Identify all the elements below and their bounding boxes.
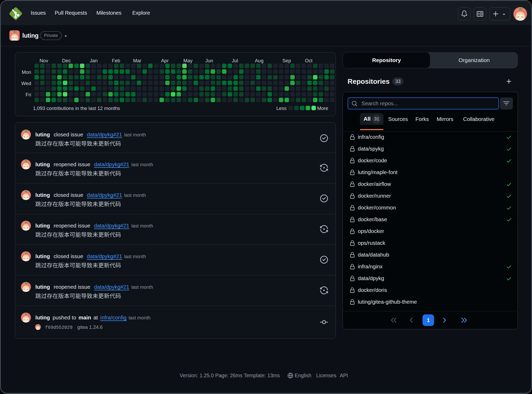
svg-text:Dec: Dec bbox=[62, 58, 71, 63]
svg-text:Jul: Jul bbox=[232, 58, 238, 63]
svg-text:Sep: Sep bbox=[282, 58, 291, 63]
svg-text:Less: Less bbox=[276, 106, 287, 111]
svg-text:Feb: Feb bbox=[112, 58, 120, 63]
svg-text:Nov: Nov bbox=[40, 58, 48, 63]
svg-text:1,093 contributions in the las: 1,093 contributions in the last 12 month… bbox=[33, 106, 120, 111]
svg-text:Jan: Jan bbox=[90, 58, 98, 63]
svg-text:More: More bbox=[317, 106, 328, 111]
svg-text:Jun: Jun bbox=[205, 58, 213, 63]
svg-text:Aug: Aug bbox=[255, 58, 264, 63]
svg-text:May: May bbox=[183, 58, 193, 63]
svg-text:Mon: Mon bbox=[22, 69, 31, 75]
svg-text:Fri: Fri bbox=[25, 92, 31, 97]
svg-text:Mar: Mar bbox=[133, 58, 141, 63]
svg-text:Wed: Wed bbox=[21, 81, 31, 86]
svg-text:Oct: Oct bbox=[305, 58, 312, 63]
svg-text:Apr: Apr bbox=[161, 58, 169, 63]
